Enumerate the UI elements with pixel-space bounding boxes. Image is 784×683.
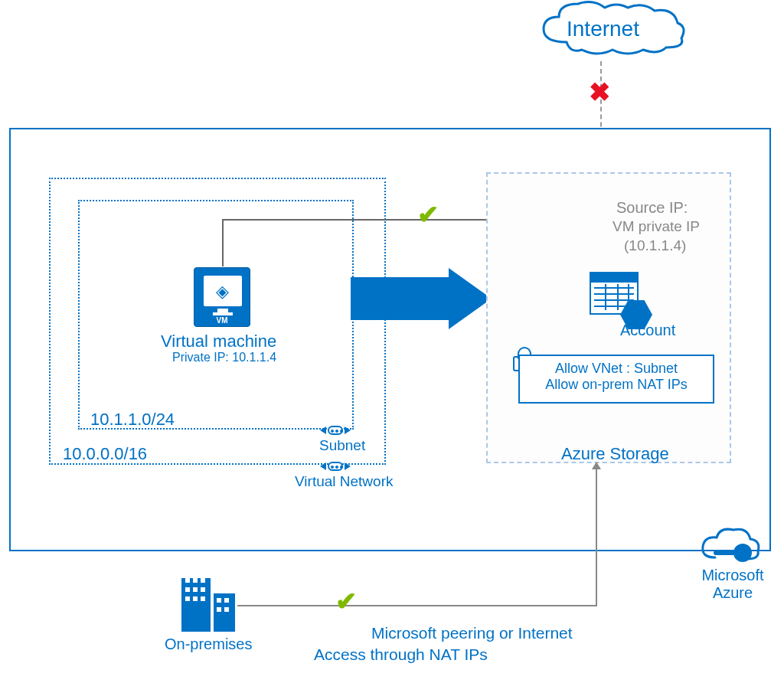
service-endpoint-line2: ENDPOINT (381, 292, 459, 309)
subnet-cidr-label: 10.1.1.0/24 (90, 410, 175, 430)
vnet-label: Virtual Network (295, 473, 393, 490)
azure-storage-title: Azure Storage (561, 444, 669, 464)
onprem-peering-line2: Access through NAT IPs (314, 645, 488, 664)
storage-acl-box: Allow VNet : Subnet Allow on-prem NAT IP… (518, 355, 714, 404)
onprem-peering-line1: Microsoft peering or Internet (371, 624, 573, 642)
storage-acl-line1: Allow VNet : Subnet (528, 361, 705, 377)
storage-source-ip-label: Source IP: (616, 199, 688, 217)
subnet-label: Subnet (319, 437, 365, 454)
on-premises-label: On-premises (165, 636, 252, 653)
service-endpoint-line1: SERVICE (381, 274, 459, 292)
onprem-allowed-check-icon: ✔ (335, 586, 357, 616)
allowed-check-icon: ✔ (417, 199, 439, 230)
vm-title-label: Virtual machine (161, 332, 276, 351)
internet-label: Internet (567, 17, 639, 41)
svg-rect-1 (714, 551, 743, 555)
azure-storage-container (486, 172, 731, 463)
vnet-cidr-label: 10.0.0.0/16 (63, 444, 147, 464)
vm-connector-vertical (222, 219, 224, 266)
vm-connector-horizontal (222, 219, 524, 221)
vm-icon: ◈ VM (194, 267, 250, 327)
storage-account-label: Account (620, 322, 675, 339)
blocked-icon: ✖ (589, 77, 610, 107)
azure-brand-label: Microsoft Azure (698, 567, 767, 602)
on-premises-building-icon (181, 570, 235, 632)
azure-brand-line2: Azure (698, 584, 767, 602)
vm-private-ip-label: Private IP: 10.1.1.4 (172, 351, 276, 364)
storage-source-ip-sub: VM private IP (612, 218, 700, 235)
azure-cloud-icon (700, 525, 761, 565)
vm-badge-label: VM (194, 316, 250, 325)
onprem-connector-horizontal (237, 605, 596, 606)
onprem-connector-vertical (596, 463, 597, 606)
storage-acl-line2: Allow on-prem NAT IPs (528, 377, 705, 393)
storage-source-ip-value: (10.1.1.4) (624, 237, 686, 254)
service-endpoint-label: SERVICE ENDPOINT (381, 274, 459, 309)
azure-brand-line1: Microsoft (698, 567, 767, 584)
